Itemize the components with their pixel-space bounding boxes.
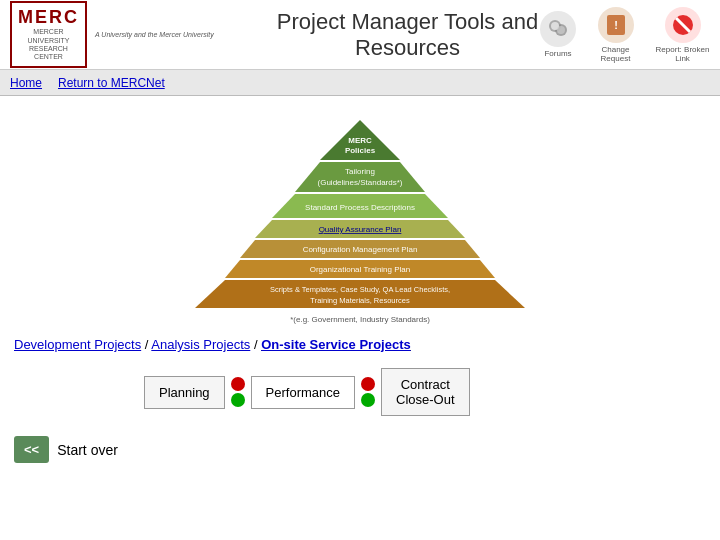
performance-phase-button[interactable]: Performance xyxy=(251,376,355,409)
forums-icon xyxy=(540,11,576,47)
red-light-1 xyxy=(231,377,245,391)
svg-text:Scripts & Templates, Case Stud: Scripts & Templates, Case Study, QA Lead… xyxy=(270,285,450,294)
svg-text:Tailoring: Tailoring xyxy=(345,167,375,176)
analysis-projects-link[interactable]: Analysis Projects xyxy=(151,337,250,352)
green-light-2 xyxy=(361,393,375,407)
forums-label: Forums xyxy=(544,49,571,58)
start-over-row: << Start over xyxy=(14,436,706,463)
svg-text:Policies: Policies xyxy=(345,146,376,155)
svg-text:!: ! xyxy=(614,19,618,31)
nav-return[interactable]: Return to MERCNet xyxy=(58,76,165,90)
pyramid-diagram: MERC Policies Tailoring (Guidelines/Stan… xyxy=(170,110,550,325)
svg-text:Organizational Training Plan: Organizational Training Plan xyxy=(310,265,411,274)
logo-sub: MERCERUNIVERSITYRESEARCHCENTER xyxy=(27,28,69,62)
forums-button[interactable]: Forums xyxy=(540,11,576,58)
closeout-label: ContractClose-Out xyxy=(396,377,455,407)
change-request-label: Change Request xyxy=(588,45,643,63)
svg-text:*(e.g. Government, Industry St: *(e.g. Government, Industry Standards) xyxy=(290,315,430,324)
svg-text:(Guidelines/Standards*): (Guidelines/Standards*) xyxy=(318,178,403,187)
planning-phase-button[interactable]: Planning xyxy=(144,376,225,409)
closeout-phase-button[interactable]: ContractClose-Out xyxy=(381,368,470,416)
change-request-icon: ! xyxy=(598,7,634,43)
pyramid-container: MERC Policies Tailoring (Guidelines/Stan… xyxy=(14,110,706,325)
svg-point-3 xyxy=(557,26,565,34)
performance-label: Performance xyxy=(266,385,340,400)
traffic-light-2 xyxy=(361,377,375,407)
header-icons: Forums ! Change Request Report: Broken L… xyxy=(540,7,710,63)
report-broken-icon xyxy=(665,7,701,43)
logo-box: MERC MERCERUNIVERSITYRESEARCHCENTER xyxy=(10,1,87,68)
logo-area: MERC MERCERUNIVERSITYRESEARCHCENTER A Un… xyxy=(10,1,275,68)
page-title: Project Manager Tools and Resources xyxy=(275,9,540,61)
logo-tagline: A University and the Mercer University xyxy=(95,31,214,38)
svg-text:Configuration Management Plan: Configuration Management Plan xyxy=(303,245,418,254)
phases-row: Planning Performance ContractClose-Out xyxy=(144,368,706,416)
report-broken-button[interactable]: Report: Broken Link xyxy=(655,7,710,63)
green-light-1 xyxy=(231,393,245,407)
start-over-label: Start over xyxy=(57,442,118,458)
red-light-2 xyxy=(361,377,375,391)
navbar: Home Return to MERCNet xyxy=(0,70,720,96)
svg-text:MERC: MERC xyxy=(348,136,372,145)
traffic-light-1 xyxy=(231,377,245,407)
back-button[interactable]: << xyxy=(14,436,49,463)
project-links: Development Projects / Analysis Projects… xyxy=(14,337,706,352)
svg-text:Training Materials, Resources: Training Materials, Resources xyxy=(310,296,410,305)
logo-merc: MERC xyxy=(18,7,79,28)
main-content: MERC Policies Tailoring (Guidelines/Stan… xyxy=(0,96,720,473)
development-projects-link[interactable]: Development Projects xyxy=(14,337,141,352)
header: MERC MERCERUNIVERSITYRESEARCHCENTER A Un… xyxy=(0,0,720,70)
planning-label: Planning xyxy=(159,385,210,400)
svg-text:Standard Process Descriptions: Standard Process Descriptions xyxy=(305,203,415,212)
report-broken-label: Report: Broken Link xyxy=(655,45,710,63)
change-request-button[interactable]: ! Change Request xyxy=(588,7,643,63)
svg-text:Quality Assurance Plan: Quality Assurance Plan xyxy=(319,225,402,234)
nav-home[interactable]: Home xyxy=(10,76,42,90)
onsite-service-projects-link[interactable]: On-site Service Projects xyxy=(261,337,411,352)
